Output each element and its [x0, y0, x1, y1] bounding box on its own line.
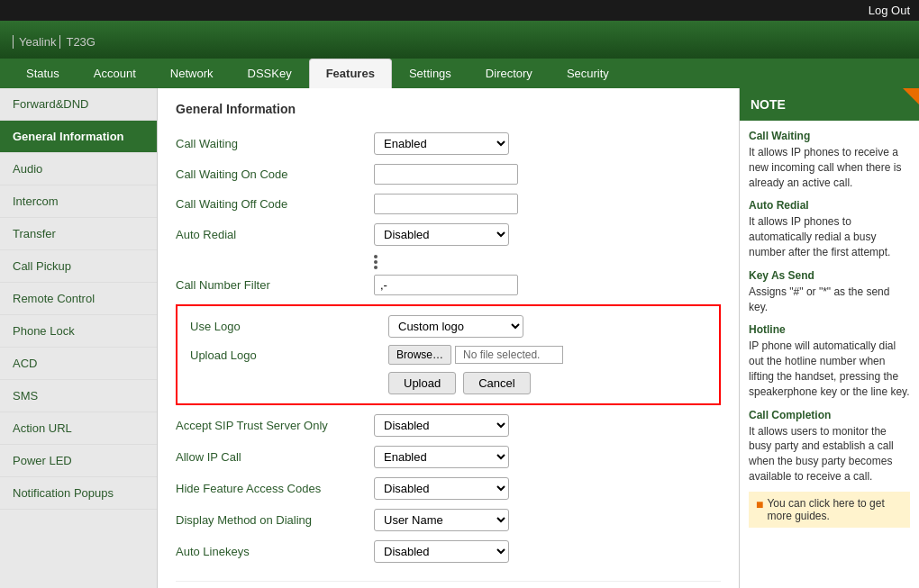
call-waiting-select[interactable]: EnabledDisabled — [374, 132, 509, 155]
sidebar-item-forward-dnd[interactable]: Forward&DND — [0, 88, 157, 121]
dot3 — [374, 266, 378, 269]
display-method-select[interactable]: User NameNumberFull Name — [374, 509, 509, 531]
auto-linekeys-control: DisabledEnabled — [374, 540, 509, 563]
call-number-filter-control — [374, 275, 518, 295]
note-title: Key As Send — [749, 269, 910, 282]
note-guide[interactable]: ■You can click here to get more guides. — [749, 492, 910, 528]
hide-feature-access-codes-row: Hide Feature Access Codes DisabledEnable… — [176, 477, 721, 500]
allow-ip-call-select[interactable]: EnabledDisabled — [374, 446, 509, 468]
dots-row — [374, 255, 721, 269]
top-bar: Log Out — [0, 0, 919, 21]
sidebar-item-audio[interactable]: Audio — [0, 153, 157, 185]
sidebar-item-acd[interactable]: ACD — [0, 348, 157, 380]
nav-tab-status[interactable]: Status — [9, 59, 77, 88]
sidebar-item-transfer[interactable]: Transfer — [0, 218, 157, 250]
cancel-upload-button[interactable]: Cancel — [463, 372, 530, 394]
call-waiting-label: Call Waiting — [176, 137, 374, 150]
guide-icon: ■ — [756, 497, 763, 511]
upload-logo-row: Upload Logo Browse… No file selected. — [190, 345, 706, 365]
use-logo-label: Use Logo — [190, 320, 388, 333]
use-logo-select[interactable]: Custom logoDefault logoDisabled — [388, 315, 523, 338]
nav-tab-settings[interactable]: Settings — [392, 59, 469, 88]
call-waiting-on-code-input[interactable] — [374, 164, 518, 185]
hide-feature-access-codes-select[interactable]: DisabledEnabled — [374, 477, 509, 500]
main-layout: Forward&DNDGeneral InformationAudioInter… — [0, 88, 919, 588]
sidebar-item-call-pickup[interactable]: Call Pickup — [0, 250, 157, 283]
auto-linekeys-select[interactable]: DisabledEnabled — [374, 540, 509, 563]
sidebar-item-intercom[interactable]: Intercom — [0, 185, 157, 218]
note-title: Hotline — [749, 323, 910, 336]
note-content: Call WaitingIt allows IP phones to recei… — [740, 121, 919, 537]
bottom-buttons: Confirm Cancel — [176, 581, 721, 588]
header: YealinkT23G — [0, 21, 919, 59]
nav-tab-directory[interactable]: Directory — [469, 59, 550, 88]
auto-linekeys-label: Auto Linekeys — [176, 545, 374, 558]
display-method-row: Display Method on Dialing User NameNumbe… — [176, 509, 721, 531]
browse-button[interactable]: Browse… — [388, 345, 451, 365]
sidebar-item-phone-lock[interactable]: Phone Lock — [0, 315, 157, 348]
allow-ip-call-control: EnabledDisabled — [374, 446, 509, 468]
auto-linekeys-row: Auto Linekeys DisabledEnabled — [176, 540, 721, 563]
nav-tabs: StatusAccountNetworkDSSKeyFeaturesSettin… — [0, 59, 919, 88]
auto-redial-control: DisabledEnabled — [374, 223, 509, 246]
accept-sip-row: Accept SIP Trust Server Only DisabledEna… — [176, 414, 721, 437]
sidebar: Forward&DNDGeneral InformationAudioInter… — [0, 88, 158, 588]
nav-tab-dsskey[interactable]: DSSKey — [231, 59, 309, 88]
accept-sip-control: DisabledEnabled — [374, 414, 509, 437]
upload-action-buttons: Upload Cancel — [388, 372, 706, 394]
note-title: Call Completion — [749, 409, 910, 421]
call-waiting-control: EnabledDisabled — [374, 132, 509, 155]
sidebar-item-action-url[interactable]: Action URL — [0, 412, 157, 445]
note-title: Call Waiting — [749, 130, 910, 142]
note-title: Auto Redial — [749, 199, 910, 212]
upload-button[interactable]: Upload — [388, 372, 456, 394]
upload-logo-label: Upload Logo — [190, 348, 388, 362]
display-method-label: Display Method on Dialing — [176, 513, 374, 527]
auto-redial-row: Auto Redial DisabledEnabled — [176, 223, 721, 246]
brand-name: Yealink — [13, 35, 56, 49]
sidebar-item-sms[interactable]: SMS — [0, 380, 157, 412]
call-waiting-on-code-label: Call Waiting On Code — [176, 167, 374, 181]
sidebar-item-notification-popups[interactable]: Notification Popups — [0, 477, 157, 510]
accept-sip-label: Accept SIP Trust Server Only — [176, 419, 374, 432]
call-number-filter-label: Call Number Filter — [176, 278, 374, 292]
hide-feature-access-codes-label: Hide Feature Access Codes — [176, 482, 374, 495]
sidebar-item-remote-control[interactable]: Remote Control — [0, 283, 157, 315]
note-text: It allows users to monitor the busy part… — [749, 424, 910, 484]
dot2 — [374, 260, 378, 264]
file-name: No file selected. — [455, 346, 563, 364]
logo: YealinkT23G — [9, 28, 96, 51]
call-number-filter-input[interactable] — [374, 275, 518, 295]
auto-redial-label: Auto Redial — [176, 228, 374, 241]
nav-tab-network[interactable]: Network — [153, 59, 231, 88]
call-waiting-on-code-row: Call Waiting On Code — [176, 164, 721, 185]
note-text: IP phone will automatically dial out the… — [749, 339, 910, 399]
call-waiting-row: Call Waiting EnabledDisabled — [176, 132, 721, 155]
call-waiting-on-code-control — [374, 164, 518, 185]
allow-ip-call-label: Allow IP Call — [176, 450, 374, 464]
call-waiting-off-code-input[interactable] — [374, 194, 518, 214]
section-heading: General Information — [176, 102, 721, 120]
auto-redial-select[interactable]: DisabledEnabled — [374, 223, 509, 246]
call-waiting-off-code-control — [374, 194, 518, 214]
call-waiting-off-code-row: Call Waiting Off Code — [176, 194, 721, 214]
accept-sip-select[interactable]: DisabledEnabled — [374, 414, 509, 437]
nav-tab-account[interactable]: Account — [77, 59, 153, 88]
guide-text: You can click here to get more guides. — [767, 497, 903, 522]
model-name: T23G — [59, 35, 96, 49]
note-header: NOTE — [740, 88, 919, 121]
sidebar-item-general-information[interactable]: General Information — [0, 121, 157, 153]
nav-tab-security[interactable]: Security — [550, 59, 626, 88]
logo-highlight-box: Use Logo Custom logoDefault logoDisabled… — [176, 304, 721, 405]
dot1 — [374, 255, 378, 258]
use-logo-row: Use Logo Custom logoDefault logoDisabled — [190, 315, 706, 338]
sidebar-item-power-led[interactable]: Power LED — [0, 445, 157, 477]
allow-ip-call-row: Allow IP Call EnabledDisabled — [176, 446, 721, 468]
content-area: General Information Call Waiting Enabled… — [158, 88, 739, 588]
call-number-filter-row: Call Number Filter — [176, 275, 721, 295]
logout-link[interactable]: Log Out — [869, 4, 910, 17]
upload-logo-control: Browse… No file selected. — [388, 345, 563, 365]
note-text: Assigns "#" or "*" as the send key. — [749, 285, 910, 315]
note-text: It allows IP phones to automatically red… — [749, 214, 910, 259]
nav-tab-features[interactable]: Features — [309, 59, 392, 88]
